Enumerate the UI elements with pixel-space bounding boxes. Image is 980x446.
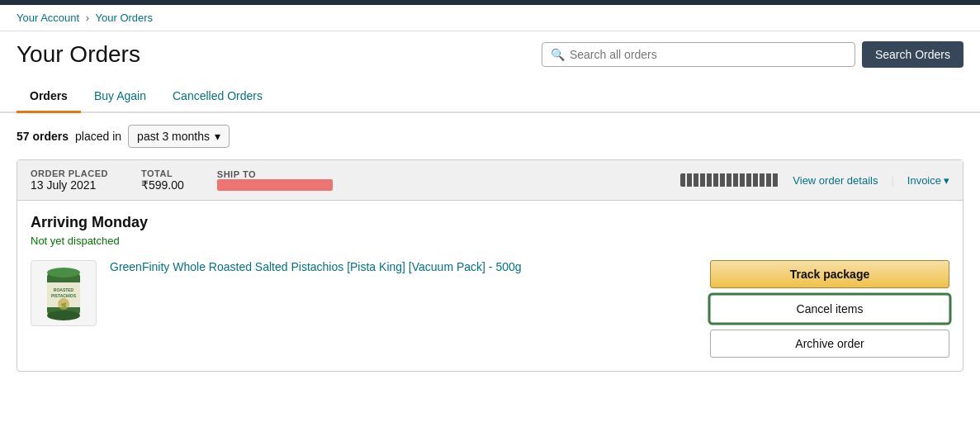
- order-item-row: ROASTED PISTACHIOS 🌿 GreenFinity Whole R…: [31, 260, 949, 358]
- svg-text:🌿: 🌿: [61, 302, 67, 308]
- search-area: 🔍 Search Orders: [542, 41, 963, 68]
- tab-buy-again[interactable]: Buy Again: [81, 81, 159, 113]
- dropdown-arrow-icon: ▾: [215, 130, 220, 143]
- tab-orders[interactable]: Orders: [17, 81, 81, 113]
- order-count: 57 orders: [17, 130, 69, 143]
- filter-dropdown-label: past 3 months: [137, 130, 210, 143]
- order-ship-to-value: [217, 179, 333, 191]
- svg-point-1: [47, 268, 80, 278]
- order-ship-to-group: SHIP TO: [217, 169, 333, 191]
- cancel-items-button[interactable]: Cancel items: [710, 295, 949, 323]
- order-total-group: TOTAL ₹599.00: [141, 168, 184, 192]
- svg-point-2: [47, 311, 80, 320]
- main-header: Your Orders 🔍 Search Orders: [0, 31, 980, 81]
- archive-order-button[interactable]: Archive order: [710, 330, 949, 358]
- invoice-arrow-icon: ▾: [944, 174, 949, 187]
- time-filter-dropdown[interactable]: past 3 months ▾: [128, 125, 230, 148]
- order-placed-group: ORDER PLACED 13 July 2021: [31, 168, 108, 192]
- product-name-link[interactable]: GreenFinity Whole Roasted Salted Pistach…: [110, 260, 697, 273]
- tab-cancelled-orders[interactable]: Cancelled Orders: [159, 81, 276, 113]
- breadcrumb: Your Account › Your Orders: [0, 5, 980, 31]
- breadcrumb-separator: ›: [86, 12, 89, 24]
- product-image-svg: ROASTED PISTACHIOS 🌿: [40, 264, 87, 322]
- action-buttons: Track package Cancel items Archive order: [710, 260, 949, 358]
- order-placed-date: 13 July 2021: [31, 178, 108, 192]
- product-image: ROASTED PISTACHIOS 🌿: [31, 260, 97, 326]
- svg-text:ROASTED: ROASTED: [54, 287, 74, 292]
- breadcrumb-your-account[interactable]: Your Account: [17, 12, 79, 24]
- search-box: 🔍: [542, 42, 855, 67]
- order-total-label: TOTAL: [141, 168, 184, 178]
- svg-text:PISTACHIOS: PISTACHIOS: [51, 293, 77, 298]
- order-ship-to-label: SHIP TO: [217, 169, 333, 179]
- order-card-body: Arriving Monday Not yet dispatched ROAST…: [17, 201, 963, 371]
- tabs: Orders Buy Again Cancelled Orders: [0, 81, 980, 113]
- page-title: Your Orders: [17, 41, 140, 68]
- order-card: ORDER PLACED 13 July 2021 TOTAL ₹599.00 …: [17, 159, 963, 372]
- arriving-status: Arriving Monday: [31, 214, 949, 231]
- filter-suffix: placed in: [75, 130, 121, 143]
- invoice-label: Invoice: [907, 174, 941, 187]
- invoice-button[interactable]: Invoice ▾: [907, 174, 949, 187]
- order-placed-label: ORDER PLACED: [31, 168, 108, 178]
- track-package-button[interactable]: Track package: [710, 260, 949, 288]
- order-total-value: ₹599.00: [141, 178, 184, 192]
- filter-bar: 57 orders placed in past 3 months ▾: [0, 113, 980, 159]
- order-id: [680, 173, 779, 187]
- search-icon: 🔍: [551, 48, 565, 61]
- search-input[interactable]: [570, 48, 846, 61]
- search-orders-button[interactable]: Search Orders: [862, 41, 963, 68]
- order-card-header: ORDER PLACED 13 July 2021 TOTAL ₹599.00 …: [17, 160, 963, 201]
- order-header-right: View order details | Invoice ▾: [680, 173, 949, 187]
- breadcrumb-your-orders[interactable]: Your Orders: [96, 12, 154, 24]
- view-order-details-link[interactable]: View order details: [793, 174, 878, 187]
- dispatch-status: Not yet dispatched: [31, 235, 949, 247]
